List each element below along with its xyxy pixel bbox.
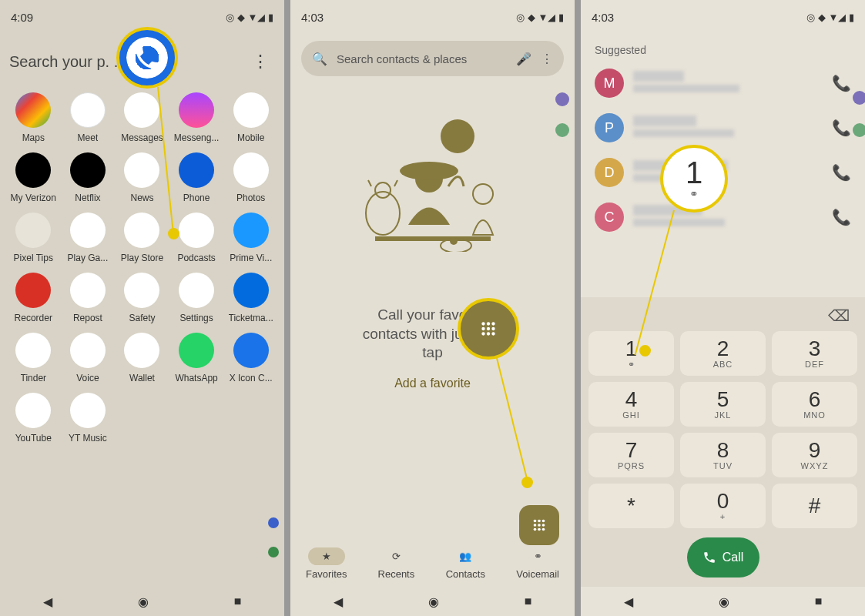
app-phone[interactable]: Phone bbox=[171, 152, 223, 203]
key-letters: PQRS bbox=[618, 461, 645, 470]
key-8[interactable]: 8TUV bbox=[680, 433, 766, 477]
app-messeng[interactable]: Messeng... bbox=[171, 92, 223, 143]
android-navbar: ◀ ◉ ■ bbox=[290, 587, 575, 616]
key-number: 6 bbox=[809, 389, 821, 410]
call-icon[interactable]: 📞 bbox=[832, 208, 851, 226]
call-icon[interactable]: 📞 bbox=[832, 74, 851, 92]
app-recorder[interactable]: Recorder bbox=[8, 273, 59, 323]
favorites-illustration bbox=[290, 82, 575, 283]
key-4[interactable]: 4GHI bbox=[588, 382, 674, 427]
recents-icon[interactable]: ■ bbox=[234, 594, 242, 608]
app-playga[interactable]: Play Ga... bbox=[62, 213, 114, 263]
app-youtube[interactable]: YouTube bbox=[8, 393, 59, 444]
app-ticketma[interactable]: Ticketma... bbox=[225, 273, 277, 323]
bottom-nav: ★Favorites⟳Recents👥Contacts⚭Voicemail bbox=[290, 541, 575, 587]
home-icon[interactable]: ◉ bbox=[428, 594, 439, 609]
status-icons: ◎ ◆ ▼◢ ▮ bbox=[516, 12, 564, 23]
call-icon[interactable]: 📞 bbox=[832, 119, 851, 137]
key-number: 8 bbox=[717, 440, 729, 461]
key-9[interactable]: 9WXYZ bbox=[772, 433, 857, 477]
add-favorite-button[interactable]: Add a favorite bbox=[290, 377, 575, 390]
status-bar: 4:09 ◎ ◆ ▼◢ ▮ bbox=[0, 0, 284, 35]
more-icon[interactable]: ⋮ bbox=[246, 52, 275, 72]
app-safety[interactable]: Safety bbox=[116, 273, 168, 323]
mic-icon[interactable]: 🎤 bbox=[516, 52, 531, 66]
app-icon bbox=[15, 273, 51, 308]
search-bar[interactable]: Search your p. .d mo... ⋮ bbox=[9, 38, 275, 85]
app-label: Messeng... bbox=[174, 132, 220, 143]
contact-row[interactable]: P📞 bbox=[581, 105, 865, 150]
tab-voicemail[interactable]: ⚭Voicemail bbox=[516, 547, 559, 580]
app-label: Play Ga... bbox=[68, 253, 109, 263]
app-news[interactable]: News bbox=[116, 152, 168, 203]
app-mobile[interactable]: Mobile bbox=[225, 92, 277, 143]
app-meet[interactable]: Meet bbox=[62, 92, 114, 143]
key-3[interactable]: 3DEF bbox=[772, 331, 857, 376]
app-xiconc[interactable]: X Icon C... bbox=[225, 333, 277, 383]
back-icon[interactable]: ◀ bbox=[334, 594, 343, 609]
app-label: Settings bbox=[179, 313, 213, 323]
app-podcasts[interactable]: Podcasts bbox=[171, 213, 223, 263]
app-label: Play Store bbox=[121, 253, 163, 263]
app-playstore[interactable]: Play Store bbox=[116, 213, 168, 263]
home-icon[interactable]: ◉ bbox=[719, 594, 729, 609]
home-icon[interactable]: ◉ bbox=[138, 594, 149, 609]
app-pixeltips[interactable]: Pixel Tips bbox=[8, 213, 59, 263]
search-bar[interactable]: 🔍 Search contacts & places 🎤 ⋮ bbox=[301, 41, 564, 76]
svg-point-26 bbox=[542, 528, 545, 531]
app-primevi[interactable]: Prime Vi... bbox=[225, 213, 277, 263]
back-icon[interactable]: ◀ bbox=[43, 594, 52, 609]
nav-label: Favorites bbox=[306, 568, 347, 580]
contact-row[interactable]: C📞 bbox=[581, 195, 865, 239]
app-icon bbox=[179, 333, 214, 368]
key-2[interactable]: 2ABC bbox=[680, 331, 766, 376]
call-button[interactable]: Call bbox=[687, 537, 759, 578]
backspace-icon[interactable]: ⌫ bbox=[828, 306, 850, 325]
app-repost[interactable]: Repost bbox=[62, 273, 114, 323]
tab-recents[interactable]: ⟳Recents bbox=[378, 547, 415, 580]
key-5[interactable]: 5JKL bbox=[680, 382, 766, 427]
app-myverizon[interactable]: My Verizon bbox=[8, 152, 59, 203]
app-icon bbox=[124, 333, 159, 368]
key-1[interactable]: 1⚭ bbox=[588, 331, 674, 376]
app-icon bbox=[179, 152, 214, 188]
svg-point-18 bbox=[534, 520, 537, 523]
app-ytmusic[interactable]: YT Music bbox=[62, 393, 114, 444]
recents-icon[interactable]: ■ bbox=[815, 594, 823, 608]
key-*[interactable]: * bbox=[588, 484, 674, 528]
more-icon[interactable]: ⋮ bbox=[541, 52, 553, 66]
app-label: Messages bbox=[121, 132, 163, 143]
tab-favorites[interactable]: ★Favorites bbox=[306, 547, 347, 580]
dialpad-fab[interactable] bbox=[519, 505, 559, 545]
key-#[interactable]: # bbox=[772, 484, 857, 528]
app-netflix[interactable]: Netflix bbox=[62, 152, 114, 203]
app-label: Safety bbox=[129, 313, 155, 323]
recents-icon[interactable]: ■ bbox=[525, 594, 532, 608]
tab-contacts[interactable]: 👥Contacts bbox=[445, 547, 485, 580]
app-wallet[interactable]: Wallet bbox=[116, 333, 168, 383]
app-icon bbox=[15, 213, 51, 248]
contact-row[interactable]: M📞 bbox=[581, 61, 865, 105]
app-label: News bbox=[130, 192, 153, 203]
app-icon bbox=[179, 92, 214, 128]
dialpad-panel: ⌫ 1⚭2ABC3DEF4GHI5JKL6MNO7PQRS8TUV9WXYZ*0… bbox=[581, 297, 865, 587]
clock: 4:09 bbox=[11, 11, 33, 24]
app-whatsapp[interactable]: WhatsApp bbox=[171, 333, 223, 383]
key-6[interactable]: 6MNO bbox=[772, 382, 857, 427]
key-number: 3 bbox=[809, 338, 821, 360]
call-icon[interactable]: 📞 bbox=[832, 163, 851, 182]
contact-info bbox=[633, 205, 823, 229]
clock: 4:03 bbox=[301, 11, 324, 24]
key-letters: GHI bbox=[622, 410, 640, 420]
app-settings[interactable]: Settings bbox=[171, 273, 223, 323]
contact-row[interactable]: D📞 bbox=[581, 150, 865, 195]
app-maps[interactable]: Maps bbox=[8, 92, 59, 143]
back-icon[interactable]: ◀ bbox=[624, 594, 633, 609]
app-photos[interactable]: Photos bbox=[225, 152, 277, 203]
app-label: Wallet bbox=[129, 373, 155, 383]
app-icon bbox=[15, 333, 51, 368]
key-7[interactable]: 7PQRS bbox=[588, 433, 674, 477]
app-tinder[interactable]: Tinder bbox=[8, 333, 59, 383]
key-0[interactable]: 0+ bbox=[680, 484, 766, 528]
app-voice[interactable]: Voice bbox=[62, 333, 114, 383]
